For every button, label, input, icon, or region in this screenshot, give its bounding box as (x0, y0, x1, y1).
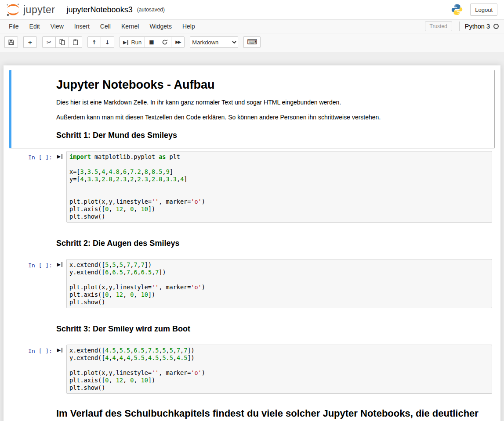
cell-row: Im Verlauf des Schulbuchkapitels findest… (14, 399, 492, 421)
markdown-rendered: Im Verlauf des Schulbuchkapitels findest… (53, 399, 492, 421)
code-cell[interactable]: In [ ]:▶x.extend([5,5,5,7,7,7])y.extend(… (9, 256, 495, 311)
code-line: y=[4,3.3,2.8,2.3,2,2.3,2.8,3.3,4] (69, 176, 490, 183)
jupyter-logo[interactable]: jupyter (5, 3, 55, 17)
markdown-p: Dies hier ist eine Markdown Zelle. In ih… (56, 98, 490, 107)
code-line: plt.plot(x,y,linestyle='', marker='o') (69, 369, 490, 377)
run-label: Run (131, 39, 141, 46)
command-palette-button[interactable]: ⌨ (243, 36, 261, 48)
notebook-title[interactable]: jupyterNotebooks3 (67, 5, 133, 14)
cell-type-select[interactable]: Markdown (190, 36, 238, 48)
cut-cells-button[interactable]: ✂ (42, 36, 56, 48)
markdown-h3: Schritt 1: Der Mund des Smileys (56, 131, 490, 140)
markdown-cell[interactable]: Schritt 3: Der Smiley wird zum Boot (9, 311, 495, 342)
run-this-cell-button[interactable]: ▶ (53, 151, 66, 159)
keyboard-icon: ⌨ (247, 39, 257, 46)
restart-kernel-button[interactable] (158, 36, 171, 48)
move-down-button[interactable]: ↓ (101, 36, 114, 48)
menubar: File Edit View Insert Cell Kernel Widget… (0, 19, 504, 33)
run-this-cell-button[interactable]: ▶ (53, 259, 66, 267)
save-button[interactable] (4, 36, 18, 48)
markdown-cell[interactable]: Schritt 2: Die Augen des Smileys (9, 225, 495, 256)
code-line: y.extend([6,6.5,7,6,6.5,7]) (69, 269, 490, 276)
menu-cell[interactable]: Cell (95, 20, 116, 33)
markdown-prompt (14, 313, 53, 316)
code-line: x.extend([4.5,5.5,6.5,7.5,5,5,7,7]) (69, 347, 490, 354)
cell-row: In [ ]:▶import matplotlib.pyplot as plt … (14, 151, 492, 223)
code-cell[interactable]: In [ ]:▶x.extend([4.5,5.5,6.5,7.5,5,5,7,… (9, 342, 495, 396)
save-group (4, 36, 18, 48)
code-editor[interactable]: x.extend([4.5,5.5,6.5,7.5,5,5,7,7])y.ext… (66, 345, 492, 394)
copy-icon (59, 39, 65, 45)
copy-cells-button[interactable] (55, 36, 69, 48)
restart-run-all-button[interactable]: ▶▶ (171, 36, 185, 48)
trusted-indicator[interactable]: Trusted (425, 22, 452, 31)
run-button[interactable]: ▶ Run (120, 36, 145, 48)
play-bar (62, 154, 62, 159)
markdown-prompt (14, 228, 53, 230)
add-cell-button[interactable]: + (23, 36, 37, 48)
move-up-button[interactable]: ↑ (87, 36, 101, 48)
notebook-site: Jupyter Notebooks - AufbauDies hier ist … (0, 52, 504, 421)
arrow-up-icon: ↑ (92, 40, 97, 45)
menu-widgets[interactable]: Widgets (144, 20, 177, 33)
paste-icon (73, 39, 78, 45)
plus-icon: + (28, 40, 33, 45)
code-line: plt.show() (69, 213, 490, 220)
paste-cells-button[interactable] (69, 36, 82, 48)
markdown-p: Außerdem kann man mit diesen Textzellen … (56, 113, 490, 122)
palette-group: ⌨ (243, 36, 261, 48)
stop-icon: ■ (149, 40, 154, 45)
play-icon: ▶ (57, 348, 61, 353)
code-line: plt.axis([0, 12, 0, 10]) (69, 291, 490, 299)
step-forward-icon: ▶ (123, 40, 127, 45)
logout-button[interactable]: Logout (470, 4, 497, 16)
header-right: Logout (451, 4, 497, 16)
menu-edit[interactable]: Edit (24, 20, 45, 33)
markdown-rendered: Schritt 2: Die Augen des Smileys (53, 228, 492, 254)
markdown-h3: Schritt 3: Der Smiley wird zum Boot (56, 324, 490, 334)
code-line: import matplotlib.pyplot as plt (69, 153, 490, 161)
play-bar (62, 262, 62, 267)
markdown-rendered: Jupyter Notebooks - AufbauDies hier ist … (53, 72, 492, 146)
code-line (69, 161, 490, 168)
interrupt-kernel-button[interactable]: ■ (145, 36, 158, 48)
markdown-h2: Im Verlauf des Schulbuchkapitels findest… (56, 407, 490, 421)
markdown-h1: Jupyter Notebooks - Aufbau (56, 78, 490, 92)
cell-row: In [ ]:▶x.extend([4.5,5.5,6.5,7.5,5,5,7,… (14, 345, 492, 394)
code-cell[interactable]: In [ ]:▶import matplotlib.pyplot as plt … (9, 148, 495, 225)
code-text: x.extend([4.5,5.5,6.5,7.5,5,5,7,7])y.ext… (66, 345, 492, 394)
jupyter-logo-icon (5, 3, 21, 17)
play-icon: ▶ (57, 262, 61, 267)
fast-forward-icon: ▶▶ (175, 40, 180, 44)
menu-kernel[interactable]: Kernel (116, 20, 144, 33)
kernel-idle-icon (493, 24, 499, 29)
code-line: plt.plot(x,y,linestyle='', marker='o') (69, 284, 490, 291)
code-line: y.extend([4,4,4,4,5.5,4.5,5.5,4.5]) (69, 354, 490, 362)
run-this-cell-button[interactable]: ▶ (53, 345, 66, 353)
menu-file[interactable]: File (4, 20, 24, 33)
input-prompt: In [ ]: (14, 345, 53, 355)
code-line: plt.plot(x,y,linestyle='', marker='o') (69, 198, 490, 205)
markdown-prompt (14, 72, 53, 75)
menu-help[interactable]: Help (177, 20, 200, 33)
code-line (69, 191, 490, 198)
header: jupyter jupyterNotebooks3 (autosaved) Lo… (0, 0, 504, 19)
kernel-separator (459, 22, 460, 31)
menu-insert[interactable]: Insert (69, 20, 95, 33)
arrow-down-icon: ↓ (105, 40, 110, 45)
code-editor[interactable]: import matplotlib.pyplot as plt x=[3,3.5… (66, 151, 492, 223)
code-text: import matplotlib.pyplot as plt x=[3,3.5… (66, 151, 492, 223)
markdown-prompt (14, 399, 53, 402)
input-prompt: In [ ]: (14, 259, 53, 269)
markdown-cell[interactable]: Im Verlauf des Schulbuchkapitels findest… (9, 396, 495, 421)
scissors-icon: ✂ (47, 40, 51, 45)
code-editor[interactable]: x.extend([5,5,5,7,7,7])y.extend([6,6.5,7… (66, 259, 492, 308)
code-line (69, 362, 490, 369)
code-line: plt.show() (69, 299, 490, 306)
menu-view[interactable]: View (45, 20, 69, 33)
code-line: x=[3,3.5,4,4.8,6,7.2,8,8.5,9] (69, 168, 490, 176)
run-group: ▶ Run ■ ▶▶ (120, 36, 185, 48)
autosave-status: (autosaved) (137, 7, 165, 13)
markdown-cell[interactable]: Jupyter Notebooks - AufbauDies hier ist … (9, 70, 495, 148)
cell-row: Schritt 2: Die Augen des Smileys (14, 228, 492, 254)
